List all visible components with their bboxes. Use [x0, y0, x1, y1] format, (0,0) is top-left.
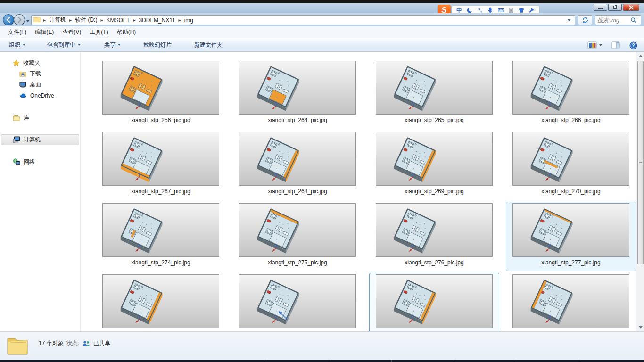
file-item[interactable]: xiangti_stp_270_pic.jpg [503, 131, 636, 202]
sidebar-item-onedrive[interactable]: OneDrive [1, 90, 79, 101]
navigation-pane: 收藏夹 下载 桌面 OneDrive 库 计算机 网络 [0, 52, 80, 331]
forward-button[interactable] [14, 14, 25, 25]
breadcrumb-separator: ▸ [43, 17, 46, 23]
arrow-down-icon [639, 326, 643, 329]
menu-tools[interactable]: 工具(T) [85, 27, 112, 38]
file-name: xiangti_stp_275_pic.jpg [268, 259, 327, 266]
sidebar-label: 库 [24, 114, 29, 122]
organize-button[interactable]: 组织 [4, 39, 31, 51]
file-item[interactable]: xiangti_stp_406_pic.jpg [503, 273, 636, 331]
search-icon[interactable] [630, 17, 637, 24]
share-button[interactable]: 共享 [99, 39, 126, 51]
help-button[interactable]: ? [628, 41, 638, 50]
search-input[interactable] [597, 17, 630, 24]
slideshow-label: 放映幻灯片 [143, 41, 172, 49]
scroll-down-button[interactable] [636, 323, 644, 331]
sidebar-item-downloads[interactable]: 下载 [1, 68, 79, 79]
file-thumbnail [512, 132, 629, 186]
file-name: xiangti_stp_266_pic.jpg [541, 117, 600, 123]
sidebar-label: OneDrive [30, 92, 54, 99]
scroll-up-button[interactable] [636, 52, 644, 60]
sidebar-item-libraries[interactable]: 库 [1, 112, 79, 123]
file-item-frame: xiangti_stp_264_pic.jpg [232, 59, 363, 129]
help-icon: ? [629, 41, 637, 49]
include-in-library-button[interactable]: 包含到库中 [42, 39, 86, 51]
file-thumbnail [239, 132, 356, 186]
file-item[interactable]: xiangti_stp_268_pic.jpg [229, 131, 366, 202]
vertical-scrollbar[interactable] [636, 52, 644, 331]
status-bar: 17 个对象 状态: 已共享 [0, 331, 644, 360]
file-item[interactable]: xiangti_stp_277_pic.jpg [503, 202, 636, 273]
restore-button[interactable] [608, 4, 622, 11]
file-item-frame: xiangti_stp_267_pic.jpg [96, 131, 226, 200]
file-item[interactable]: xiangti_stp_276_pic.jpg [366, 202, 503, 273]
scrollbar-thumb[interactable] [637, 61, 644, 264]
window-titlebar: S 中 °, [0, 3, 644, 13]
new-folder-button[interactable]: 新建文件夹 [189, 39, 228, 51]
refresh-button[interactable] [578, 15, 592, 25]
close-button[interactable] [623, 4, 639, 11]
chevron-down-icon [118, 44, 121, 46]
address-field[interactable]: ▸ 计算机 ▸ 软件 (D:) ▸ KMSOFT ▸ 3DDFM_NX11 ▸ … [31, 15, 575, 25]
back-button[interactable] [3, 14, 14, 25]
file-item[interactable]: xiangti_stp_278_pic.jpg [92, 273, 229, 331]
menu-help[interactable]: 帮助(H) [113, 27, 140, 38]
breadcrumb-3ddfm-nx11[interactable]: 3DDFM_NX11 [138, 16, 176, 24]
file-thumbnail [102, 274, 219, 328]
file-item[interactable]: xiangti_stp_256_pic.jpg [92, 59, 229, 131]
history-dropdown-button[interactable] [26, 20, 30, 22]
file-thumbnail [376, 203, 493, 257]
preview-pane-icon [611, 41, 620, 49]
sidebar-item-computer[interactable]: 计算机 [1, 134, 79, 145]
file-name: xiangti_stp_270_pic.jpg [541, 188, 600, 195]
file-item[interactable]: xiangti_stp_269_pic.jpg [366, 131, 503, 202]
file-thumbnail [102, 61, 219, 115]
file-item-frame: xiangti_stp_406_pic.jpg [506, 273, 636, 331]
breadcrumb-img[interactable]: img [183, 16, 194, 24]
desktop-icon [19, 82, 26, 88]
taskbar-edge[interactable] [0, 360, 644, 362]
file-item[interactable]: xiangti_stp_266_pic.jpg [503, 59, 636, 131]
minimize-button[interactable] [594, 4, 607, 11]
address-dropdown-button[interactable] [567, 19, 571, 21]
file-item-frame: xiangti_stp_280_pic.jpg [369, 273, 499, 331]
file-thumbnail [102, 132, 219, 186]
preview-pane-button[interactable] [611, 41, 621, 50]
file-item[interactable]: xiangti_stp_279_pic.jpg [229, 273, 366, 331]
file-item[interactable]: xiangti_stp_274_pic.jpg [92, 202, 229, 273]
grip-icon [639, 161, 642, 165]
menu-edit[interactable]: 编辑(E) [31, 27, 58, 38]
menu-file[interactable]: 文件(F) [4, 27, 31, 38]
slideshow-button[interactable]: 放映幻灯片 [138, 39, 177, 51]
breadcrumb-drive-d[interactable]: 软件 (D:) [74, 16, 98, 25]
item-count: 17 个对象 [39, 339, 64, 347]
sidebar-item-desktop[interactable]: 桌面 [1, 79, 79, 90]
menu-view[interactable]: 查看(V) [58, 27, 85, 38]
file-thumbnail [512, 203, 629, 257]
file-name: xiangti_stp_276_pic.jpg [405, 259, 463, 266]
cloud-icon [19, 93, 27, 99]
file-item[interactable]: xiangti_stp_280_pic.jpg [366, 273, 503, 331]
sidebar-label: 桌面 [30, 81, 41, 89]
organize-label: 组织 [9, 41, 20, 49]
sidebar-item-network[interactable]: 网络 [1, 156, 79, 167]
breadcrumb-kmsoft[interactable]: KMSOFT [105, 16, 131, 24]
file-item-frame: xiangti_stp_277_pic.jpg [506, 202, 636, 271]
breadcrumb-computer[interactable]: 计算机 [48, 16, 67, 25]
file-item-frame: xiangti_stp_276_pic.jpg [369, 202, 499, 271]
command-toolbar: 组织 包含到库中 共享 放映幻灯片 新建文件夹 ? [0, 38, 644, 52]
file-name: xiangti_stp_267_pic.jpg [131, 188, 190, 195]
views-button[interactable] [586, 41, 603, 50]
download-folder-icon [19, 71, 26, 77]
file-item[interactable]: xiangti_stp_264_pic.jpg [229, 59, 366, 131]
file-name: xiangti_stp_268_pic.jpg [268, 188, 327, 195]
file-item-frame: xiangti_stp_268_pic.jpg [232, 131, 363, 200]
file-item-frame: xiangti_stp_279_pic.jpg [232, 273, 363, 331]
file-item-frame: xiangti_stp_265_pic.jpg [369, 59, 499, 129]
file-item[interactable]: xiangti_stp_267_pic.jpg [92, 131, 229, 202]
sidebar-item-favorites[interactable]: 收藏夹 [1, 58, 79, 68]
library-icon [13, 115, 20, 121]
file-item[interactable]: xiangti_stp_265_pic.jpg [366, 59, 503, 131]
folder-icon-large [6, 335, 29, 358]
file-item[interactable]: xiangti_stp_275_pic.jpg [229, 202, 366, 273]
